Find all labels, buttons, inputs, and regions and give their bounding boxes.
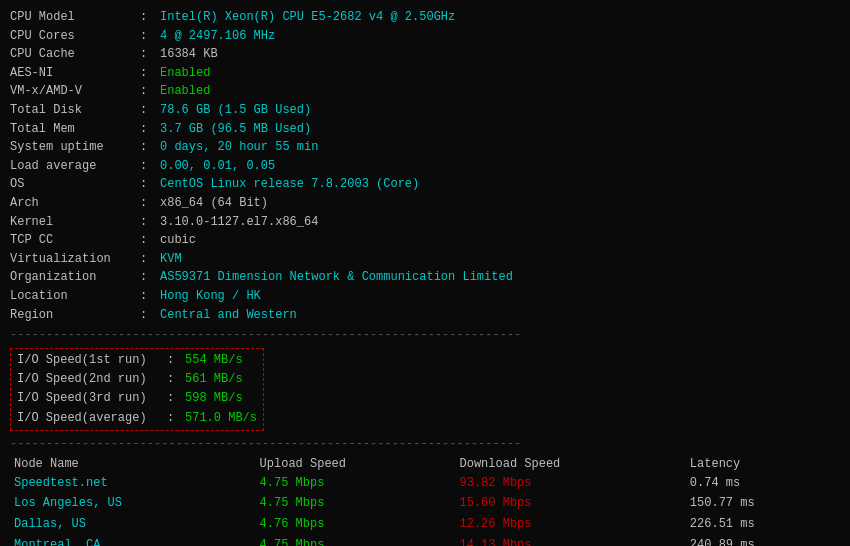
total-mem-label: Total Mem (10, 120, 140, 139)
cpu-model-row: CPU Model : Intel(R) Xeon(R) CPU E5-2682… (10, 8, 840, 27)
io-run1-row: I/O Speed(1st run) : 554 MB/s (17, 351, 257, 370)
virtualization-label: Virtualization (10, 250, 140, 269)
network-upload: 4.76 Mbps (256, 514, 456, 535)
cpu-model-value: Intel(R) Xeon(R) CPU E5-2682 v4 @ 2.50GH… (160, 8, 455, 27)
system-uptime-value: 0 days, 20 hour 55 min (160, 138, 318, 157)
arch-value: x86_64 (64 Bit) (160, 194, 268, 213)
total-mem-row: Total Mem : 3.7 GB (96.5 MB Used) (10, 120, 840, 139)
network-node: Dallas, US (10, 514, 256, 535)
io-section: I/O Speed(1st run) : 554 MB/s I/O Speed(… (10, 348, 264, 431)
tcp-cc-row: TCP CC : cubic (10, 231, 840, 250)
virtualization-row: Virtualization : KVM (10, 250, 840, 269)
network-node: Montreal, CA (10, 535, 256, 546)
vm-amd-v-row: VM-x/AMD-V : Enabled (10, 82, 840, 101)
total-disk-label: Total Disk (10, 101, 140, 120)
network-upload: 4.75 Mbps (256, 493, 456, 514)
aes-ni-row: AES-NI : Enabled (10, 64, 840, 83)
network-node: Los Angeles, US (10, 493, 256, 514)
region-row: Region : Central and Western (10, 306, 840, 325)
vm-amd-v-label: VM-x/AMD-V (10, 82, 140, 101)
tcp-cc-value: cubic (160, 231, 196, 250)
network-node: Speedtest.net (10, 473, 256, 494)
divider-2: ----------------------------------------… (10, 437, 840, 451)
sysinfo-section: CPU Model : Intel(R) Xeon(R) CPU E5-2682… (10, 8, 840, 324)
location-label: Location (10, 287, 140, 306)
cpu-cache-label: CPU Cache (10, 45, 140, 64)
sep: : (140, 8, 160, 27)
network-download: 93.82 Mbps (455, 473, 685, 494)
network-download: 12.26 Mbps (455, 514, 685, 535)
location-value: Hong Kong / HK (160, 287, 261, 306)
network-latency: 150.77 ms (686, 493, 840, 514)
col-upload: Upload Speed (256, 455, 456, 473)
network-latency: 0.74 ms (686, 473, 840, 494)
region-value: Central and Western (160, 306, 297, 325)
kernel-label: Kernel (10, 213, 140, 232)
load-average-row: Load average : 0.00, 0.01, 0.05 (10, 157, 840, 176)
vm-amd-v-value: Enabled (160, 82, 210, 101)
io-avg-label: I/O Speed(average) (17, 409, 167, 428)
io-run1-value: 554 MB/s (185, 351, 243, 370)
io-avg-value: 571.0 MB/s (185, 409, 257, 428)
os-row: OS : CentOS Linux release 7.8.2003 (Core… (10, 175, 840, 194)
network-latency: 240.89 ms (686, 535, 840, 546)
tcp-cc-label: TCP CC (10, 231, 140, 250)
table-row: Speedtest.net4.75 Mbps93.82 Mbps0.74 ms (10, 473, 840, 494)
system-uptime-row: System uptime : 0 days, 20 hour 55 min (10, 138, 840, 157)
os-label: OS (10, 175, 140, 194)
io-run2-label: I/O Speed(2nd run) (17, 370, 167, 389)
kernel-row: Kernel : 3.10.0-1127.el7.x86_64 (10, 213, 840, 232)
kernel-value: 3.10.0-1127.el7.x86_64 (160, 213, 318, 232)
io-run3-value: 598 MB/s (185, 389, 243, 408)
arch-row: Arch : x86_64 (64 Bit) (10, 194, 840, 213)
aes-ni-value: Enabled (160, 64, 210, 83)
network-upload: 4.75 Mbps (256, 535, 456, 546)
aes-ni-label: AES-NI (10, 64, 140, 83)
network-upload: 4.75 Mbps (256, 473, 456, 494)
table-row: Dallas, US4.76 Mbps12.26 Mbps226.51 ms (10, 514, 840, 535)
network-download: 14.13 Mbps (455, 535, 685, 546)
io-run1-label: I/O Speed(1st run) (17, 351, 167, 370)
organization-value: AS59371 Dimension Network & Communicatio… (160, 268, 513, 287)
arch-label: Arch (10, 194, 140, 213)
network-table: Node Name Upload Speed Download Speed La… (10, 455, 840, 546)
io-run2-row: I/O Speed(2nd run) : 561 MB/s (17, 370, 257, 389)
location-row: Location : Hong Kong / HK (10, 287, 840, 306)
total-disk-value: 78.6 GB (1.5 GB Used) (160, 101, 311, 120)
organization-row: Organization : AS59371 Dimension Network… (10, 268, 840, 287)
region-label: Region (10, 306, 140, 325)
col-latency: Latency (686, 455, 840, 473)
organization-label: Organization (10, 268, 140, 287)
table-row: Montreal, CA4.75 Mbps14.13 Mbps240.89 ms (10, 535, 840, 546)
io-avg-row: I/O Speed(average) : 571.0 MB/s (17, 409, 257, 428)
network-latency: 226.51 ms (686, 514, 840, 535)
divider-1: ----------------------------------------… (10, 328, 840, 342)
os-value: CentOS Linux release 7.8.2003 (Core) (160, 175, 419, 194)
table-row: Los Angeles, US4.75 Mbps15.60 Mbps150.77… (10, 493, 840, 514)
system-uptime-label: System uptime (10, 138, 140, 157)
io-run3-label: I/O Speed(3rd run) (17, 389, 167, 408)
col-node: Node Name (10, 455, 256, 473)
cpu-model-label: CPU Model (10, 8, 140, 27)
io-run2-value: 561 MB/s (185, 370, 243, 389)
network-download: 15.60 Mbps (455, 493, 685, 514)
load-average-value: 0.00, 0.01, 0.05 (160, 157, 275, 176)
io-run3-row: I/O Speed(3rd run) : 598 MB/s (17, 389, 257, 408)
cpu-cache-row: CPU Cache : 16384 KB (10, 45, 840, 64)
virtualization-value: KVM (160, 250, 182, 269)
cpu-cache-value: 16384 KB (160, 45, 218, 64)
cpu-cores-label: CPU Cores (10, 27, 140, 46)
cpu-cores-value: 4 @ 2497.106 MHz (160, 27, 275, 46)
cpu-cores-row: CPU Cores : 4 @ 2497.106 MHz (10, 27, 840, 46)
network-table-header: Node Name Upload Speed Download Speed La… (10, 455, 840, 473)
total-mem-value: 3.7 GB (96.5 MB Used) (160, 120, 311, 139)
load-average-label: Load average (10, 157, 140, 176)
total-disk-row: Total Disk : 78.6 GB (1.5 GB Used) (10, 101, 840, 120)
col-download: Download Speed (455, 455, 685, 473)
